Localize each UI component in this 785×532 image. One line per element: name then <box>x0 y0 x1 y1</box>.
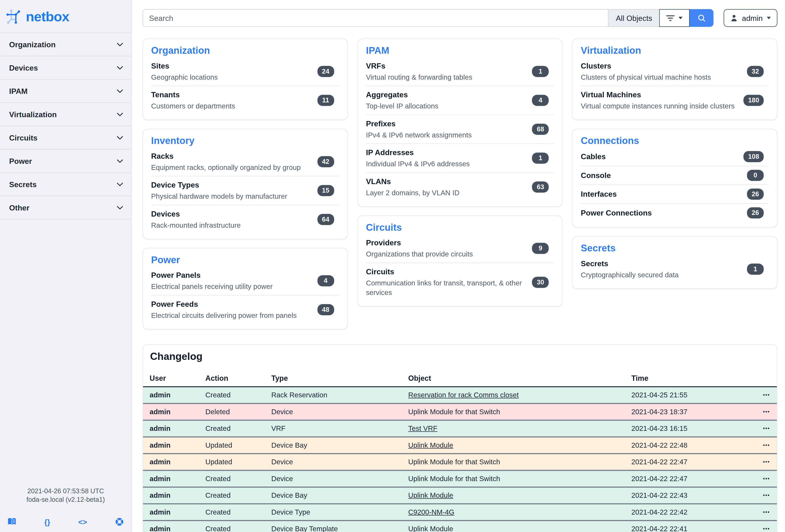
code-icon[interactable]: <> <box>78 517 87 526</box>
card-item-label[interactable]: Device Types <box>151 180 287 190</box>
card-item-label[interactable]: Power Connections <box>581 208 652 218</box>
card-item-label[interactable]: Clusters <box>581 61 711 71</box>
braces-icon[interactable]: {} <box>44 517 50 526</box>
object-link[interactable]: C9200-NM-4G <box>408 508 455 516</box>
count-badge[interactable]: 64 <box>317 214 334 225</box>
row-menu-button[interactable]: ⋯ <box>752 504 777 521</box>
sidebar-item-ipam[interactable]: IPAM <box>0 80 131 103</box>
count-badge[interactable]: 26 <box>747 207 764 218</box>
card-item-label[interactable]: Sites <box>151 61 218 71</box>
object-link[interactable]: Uplink Module <box>408 491 453 499</box>
card-item-secrets[interactable]: Secrets Cryptographically secured data 1 <box>581 255 769 284</box>
card-item-label[interactable]: Interfaces <box>581 189 617 199</box>
card-item-virtual-machines[interactable]: Virtual Machines Virtual compute instanc… <box>581 86 769 115</box>
card-item-sites[interactable]: Sites Geographic locations 24 <box>151 57 339 86</box>
count-badge[interactable]: 1 <box>747 264 764 275</box>
count-badge[interactable]: 26 <box>747 189 764 200</box>
sidebar-item-other[interactable]: Other <box>0 196 131 219</box>
object-link[interactable]: Test VRF <box>408 424 437 432</box>
sidebar-item-organization[interactable]: Organization <box>0 33 131 56</box>
card-item-aggregates[interactable]: Aggregates Top-level IP allocations 4 <box>366 86 554 115</box>
card-item-label[interactable]: Devices <box>151 209 241 219</box>
brand-logo[interactable]: netbox <box>0 0 131 32</box>
card-item-label[interactable]: Prefixes <box>366 118 472 129</box>
search-input[interactable] <box>143 9 608 27</box>
count-badge[interactable]: 15 <box>317 185 334 196</box>
caret-down-icon <box>767 17 771 20</box>
count-badge[interactable]: 68 <box>532 124 549 135</box>
card-item-console[interactable]: Console 0 <box>581 166 769 185</box>
count-badge[interactable]: 180 <box>743 95 764 106</box>
card-item-label[interactable]: IP Addresses <box>366 148 470 158</box>
count-badge[interactable]: 48 <box>317 304 334 315</box>
count-badge[interactable]: 4 <box>317 275 334 287</box>
card-item-ip-addresses[interactable]: IP Addresses Individual IPv4 & IPv6 addr… <box>366 143 554 172</box>
count-badge[interactable]: 108 <box>743 151 764 162</box>
book-icon[interactable] <box>8 517 17 526</box>
row-menu-button[interactable]: ⋯ <box>752 487 777 504</box>
card-item-racks[interactable]: Racks Equipment racks, optionally organi… <box>151 148 339 176</box>
card-item-interfaces[interactable]: Interfaces 26 <box>581 185 769 203</box>
row-menu-button[interactable]: ⋯ <box>752 403 777 420</box>
sidebar-item-virtualization[interactable]: Virtualization <box>0 103 131 126</box>
sidebar-item-secrets[interactable]: Secrets <box>0 173 131 196</box>
lifebuoy-icon[interactable] <box>115 517 124 526</box>
card-item-clusters[interactable]: Clusters Clusters of physical virtual ma… <box>581 57 769 86</box>
count-badge[interactable]: 32 <box>747 66 764 77</box>
count-badge[interactable]: 24 <box>317 66 334 77</box>
card-item-label[interactable]: VRFs <box>366 61 473 71</box>
card-item-vlans[interactable]: VLANs Layer 2 domains, by VLAN ID 63 <box>366 172 554 201</box>
card-item-prefixes[interactable]: Prefixes IPv4 & IPv6 network assignments… <box>366 114 554 143</box>
count-badge[interactable]: 1 <box>532 153 549 164</box>
count-badge[interactable]: 4 <box>532 95 549 106</box>
filter-button[interactable] <box>659 9 690 27</box>
sidebar-item-devices[interactable]: Devices <box>0 56 131 80</box>
card-item-label[interactable]: Racks <box>151 151 301 161</box>
object-link[interactable]: Uplink Module <box>408 441 453 449</box>
card-item-label[interactable]: Virtual Machines <box>581 90 734 100</box>
card-item-cables[interactable]: Cables 108 <box>581 148 769 166</box>
card-item-label[interactable]: Power Panels <box>151 270 273 281</box>
count-badge[interactable]: 11 <box>317 95 334 106</box>
card-item-devices[interactable]: Devices Rack-mounted infrastructure 64 <box>151 205 339 234</box>
search-button[interactable] <box>690 9 714 27</box>
card-item-circuits[interactable]: Circuits Communication links for transit… <box>366 263 554 301</box>
card-item-vrfs[interactable]: VRFs Virtual routing & forwarding tables… <box>366 57 554 86</box>
card-item-label[interactable]: Aggregates <box>366 90 438 100</box>
count-badge[interactable]: 42 <box>317 156 334 167</box>
card-item-label[interactable]: Providers <box>366 238 473 248</box>
row-menu-button[interactable]: ⋯ <box>752 521 777 532</box>
row-menu-button[interactable]: ⋯ <box>752 437 777 454</box>
user-label: admin <box>742 14 763 23</box>
card-item-label[interactable]: Tenants <box>151 90 235 100</box>
count-badge[interactable]: 1 <box>532 66 549 77</box>
user-menu-button[interactable]: admin <box>724 9 778 27</box>
card-item-label[interactable]: Console <box>581 170 611 181</box>
count-badge[interactable]: 30 <box>532 276 549 288</box>
card-item-power-feeds[interactable]: Power Feeds Electrical circuits deliveri… <box>151 295 339 324</box>
netbox-logo-icon <box>6 9 21 24</box>
count-badge[interactable]: 63 <box>532 182 549 193</box>
row-menu-button[interactable]: ⋯ <box>752 454 777 471</box>
row-menu-button[interactable]: ⋯ <box>752 387 777 404</box>
card-item-label[interactable]: VLANs <box>366 177 459 187</box>
card-item-tenants[interactable]: Tenants Customers or departments 11 <box>151 86 339 115</box>
card-item-label[interactable]: Circuits <box>366 267 532 277</box>
row-menu-button[interactable]: ⋯ <box>752 420 777 437</box>
count-badge[interactable]: 0 <box>747 170 764 181</box>
sidebar-item-circuits[interactable]: Circuits <box>0 126 131 150</box>
card-item-label[interactable]: Secrets <box>581 259 679 269</box>
search-scope-select[interactable]: All Objects <box>608 9 660 27</box>
card-item-desc: Clusters of physical virtual machine hos… <box>581 73 711 82</box>
card-item-label[interactable]: Cables <box>581 152 606 162</box>
row-menu-button[interactable]: ⋯ <box>752 470 777 487</box>
card-item-providers[interactable]: Providers Organizations that provide cir… <box>366 234 554 263</box>
changelog-row: admin Created Device Type C9200-NM-4G 20… <box>143 504 777 521</box>
card-item-label[interactable]: Power Feeds <box>151 299 297 309</box>
card-item-power-panels[interactable]: Power Panels Electrical panels receiving… <box>151 267 339 295</box>
card-item-device-types[interactable]: Device Types Physical hardware models by… <box>151 176 339 205</box>
sidebar-item-power[interactable]: Power <box>0 150 131 173</box>
count-badge[interactable]: 9 <box>532 243 549 254</box>
object-link[interactable]: Reservation for rack Comms closet <box>408 391 519 399</box>
card-item-power-connections[interactable]: Power Connections 26 <box>581 203 769 222</box>
